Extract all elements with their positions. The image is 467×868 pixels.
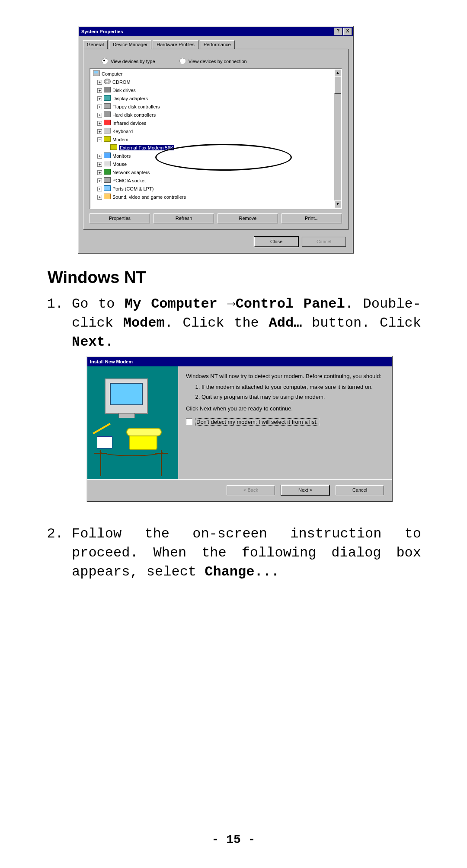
dialog-title: Install New Modem	[90, 358, 391, 366]
tree-item[interactable]: +Infrared devices	[93, 119, 341, 127]
expand-icon[interactable]: +	[97, 105, 102, 109]
wizard-step-1: If the modem is attached to your compute…	[202, 383, 384, 391]
tree-item-label: Modem	[112, 137, 128, 142]
tree-item[interactable]: +Network adapters	[93, 169, 341, 177]
expand-icon[interactable]: +	[97, 96, 102, 101]
radio-by-connection[interactable]	[179, 58, 186, 64]
device-icon	[104, 169, 111, 175]
step-1: Go to My Computer →Control Panel. Double…	[72, 295, 424, 513]
tree-child-item[interactable]: External Fax Modem 56K	[93, 144, 341, 152]
radio-by-type-label: View devices by type	[111, 59, 155, 64]
dont-detect-label[interactable]: Don't detect my modem; I will select it …	[195, 418, 319, 426]
tree-item[interactable]: +PCMCIA socket	[93, 177, 341, 185]
monitor-icon	[105, 378, 148, 414]
device-icon	[104, 185, 111, 191]
titlebar: Install New Modem	[87, 357, 392, 366]
next-button[interactable]: Next >	[281, 485, 329, 495]
page-number: - 15 -	[0, 833, 467, 846]
tree-item[interactable]: +CDROM	[93, 78, 341, 86]
device-tree[interactable]: Computer +CDROM+Disk drives+Display adap…	[90, 68, 342, 209]
expand-icon[interactable]: −	[97, 137, 102, 142]
tab-body: View devices by type View devices by con…	[83, 49, 349, 230]
tree-item-label: Mouse	[112, 162, 127, 167]
tab-hardware-profiles[interactable]: Hardware Profiles	[153, 40, 198, 49]
device-icon	[104, 79, 111, 84]
refresh-button[interactable]: Refresh	[154, 213, 214, 223]
tree-item-label: Display adapters	[112, 96, 148, 101]
modem-icon	[110, 144, 117, 150]
tree-item-label: CDROM	[112, 79, 131, 85]
close-button[interactable]: Close	[254, 237, 298, 247]
tree-item[interactable]: +Floppy disk controllers	[93, 103, 341, 111]
radio-by-type[interactable]	[102, 58, 108, 64]
expand-icon[interactable]: +	[97, 195, 102, 200]
expand-icon[interactable]: +	[97, 170, 102, 175]
scroll-up-icon[interactable]: ▲	[334, 69, 341, 77]
tree-item[interactable]: +Keyboard	[93, 127, 341, 136]
wizard-artwork	[87, 366, 178, 479]
properties-button[interactable]: Properties	[90, 213, 150, 223]
tree-item-label: Network adapters	[112, 170, 150, 175]
tree-item-label: Ports (COM & LPT)	[112, 186, 154, 191]
tree-item-label: Floppy disk controllers	[112, 104, 160, 109]
computer-icon	[93, 70, 100, 76]
expand-icon[interactable]: +	[97, 178, 102, 183]
pencil-icon	[93, 423, 111, 434]
wizard-step-2: Quit any programs that may be using the …	[202, 393, 384, 401]
titlebar: System Properties ? X	[79, 27, 353, 36]
tree-item[interactable]: +Monitors	[93, 152, 341, 160]
device-icon	[104, 161, 111, 166]
tree-item[interactable]: +Ports (COM & LPT)	[93, 185, 341, 193]
step-2: Follow the on-screen instruction to proc…	[72, 525, 424, 582]
tree-item-label: Monitors	[112, 153, 131, 159]
device-icon	[104, 136, 111, 142]
tree-item-label: Disk drives	[112, 88, 136, 93]
tree-item[interactable]: +Mouse	[93, 160, 341, 169]
tab-strip: General Device Manager Hardware Profiles…	[83, 40, 349, 49]
device-icon	[104, 111, 111, 117]
scroll-down-icon[interactable]: ▼	[334, 200, 341, 208]
expand-icon[interactable]: +	[97, 113, 102, 118]
system-properties-dialog: System Properties ? X General Device Man…	[78, 26, 354, 254]
tree-item[interactable]: +Hard disk controllers	[93, 111, 341, 119]
tab-device-manager[interactable]: Device Manager	[109, 40, 151, 49]
scroll-thumb[interactable]	[334, 76, 341, 94]
expand-icon[interactable]: +	[97, 154, 102, 159]
cancel-button: Cancel	[302, 237, 346, 247]
pole-icon	[161, 450, 162, 476]
close-icon[interactable]: X	[343, 28, 352, 35]
back-button: < Back	[227, 485, 275, 495]
device-icon	[104, 194, 111, 199]
remove-button[interactable]: Remove	[218, 213, 278, 223]
tree-item-label: Hard disk controllers	[112, 112, 156, 118]
expand-icon[interactable]: +	[97, 129, 102, 134]
tree-root: Computer	[102, 71, 122, 76]
print-button[interactable]: Print...	[281, 213, 342, 223]
tab-performance[interactable]: Performance	[200, 40, 235, 49]
wizard-intro: Windows NT will now try to detect your m…	[186, 372, 384, 380]
install-new-modem-dialog: Install New Modem Wi	[86, 356, 393, 502]
expand-icon[interactable]: +	[97, 187, 102, 191]
tree-item-label: PCMCIA socket	[112, 178, 146, 183]
tree-item-label: Keyboard	[112, 129, 133, 134]
cancel-button[interactable]: Cancel	[336, 485, 384, 495]
tree-item-label: Sound, video and game controllers	[112, 194, 186, 200]
section-heading: Windows NT	[48, 268, 424, 287]
wizard-continue: Click Next when you are ready to continu…	[186, 405, 384, 412]
tree-item-label: Infrared devices	[112, 121, 146, 126]
device-icon	[104, 87, 111, 92]
tree-item[interactable]: −Modem	[93, 136, 341, 144]
help-icon[interactable]: ?	[334, 28, 342, 35]
expand-icon[interactable]: +	[97, 121, 102, 126]
scrollbar[interactable]: ▲ ▼	[334, 69, 341, 208]
tree-item[interactable]: +Sound, video and game controllers	[93, 193, 341, 201]
tree-item[interactable]: +Display adapters	[93, 95, 341, 103]
radio-by-connection-label: View devices by connection	[189, 59, 247, 64]
expand-icon[interactable]: +	[97, 80, 102, 85]
device-icon	[104, 177, 111, 183]
dont-detect-checkbox[interactable]	[186, 418, 192, 425]
expand-icon[interactable]: +	[97, 88, 102, 93]
expand-icon[interactable]: +	[97, 162, 102, 167]
tree-item[interactable]: +Disk drives	[93, 86, 341, 95]
tab-general[interactable]: General	[83, 40, 108, 49]
